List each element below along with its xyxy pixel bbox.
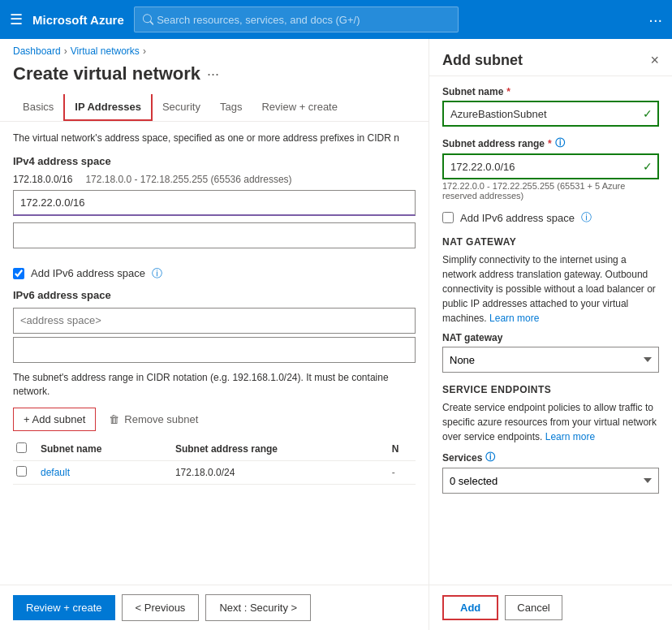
subnet-address-info-icon[interactable]: ⓘ	[555, 136, 565, 150]
nat-gateway-field: NAT gateway None	[442, 332, 659, 373]
breadcrumb: Dashboard › Virtual networks ›	[0, 39, 429, 60]
subnet-actions: + Add subnet 🗑 Remove subnet	[13, 408, 416, 431]
tab-ip-addresses[interactable]: IP Addresses	[63, 94, 153, 121]
subnet-description: The subnet's address range in CIDR notat…	[13, 371, 416, 399]
close-panel-button[interactable]: ×	[650, 52, 659, 69]
cancel-button[interactable]: Cancel	[505, 595, 562, 620]
ipv6-checkbox-row: Add IPv6 address space ⓘ	[13, 266, 416, 281]
subnet-address-input[interactable]	[442, 153, 659, 179]
nat-gateway-label: NAT gateway	[442, 332, 659, 343]
subnet-name-input-wrapper: ✓	[442, 101, 659, 127]
row-checkbox[interactable]	[16, 466, 27, 477]
main-layout: Dashboard › Virtual networks › Create vi…	[0, 39, 672, 630]
ip-description: The virtual network's address space, spe…	[13, 132, 416, 145]
subnet-address-group: Subnet address range * ⓘ ✓ 172.22.0.0 - …	[442, 136, 659, 201]
ipv6-checkbox[interactable]	[13, 268, 24, 279]
select-all-checkbox[interactable]	[16, 442, 27, 453]
breadcrumb-sep-2: ›	[143, 45, 146, 57]
address-row-1: 172.18.0.0/16 172.18.0.0 - 172.18.255.25…	[13, 174, 416, 185]
panel-body: Subnet name * ✓ Subnet address range * ⓘ…	[429, 76, 672, 585]
subnet-address-required: *	[548, 138, 552, 149]
col-checkbox	[13, 438, 37, 461]
subnet-name-group: Subnet name * ✓	[442, 86, 659, 127]
subnet-name-cell[interactable]: default	[37, 461, 172, 485]
trash-icon: 🗑	[109, 413, 119, 425]
panel-title: Add subnet	[442, 52, 523, 69]
services-select[interactable]: 0 selected	[442, 468, 659, 494]
add-subnet-panel: Add subnet × Subnet name * ✓ Subnet addr…	[429, 39, 672, 630]
panel-ipv6-label: Add IPv6 address space	[460, 212, 575, 224]
ipv4-input-1[interactable]	[13, 190, 416, 216]
previous-button[interactable]: < Previous	[122, 594, 200, 621]
remove-subnet-button[interactable]: 🗑 Remove subnet	[109, 413, 198, 425]
col-subnet-name: Subnet name	[37, 438, 172, 461]
nat-gateway-header: NAT GATEWAY	[442, 236, 659, 248]
breadcrumb-dashboard[interactable]: Dashboard	[13, 45, 61, 57]
tab-basics[interactable]: Basics	[13, 94, 63, 121]
breadcrumb-virtual-networks[interactable]: Virtual networks	[71, 45, 140, 57]
subnet-address-valid-icon: ✓	[643, 160, 653, 173]
address-range-1: 172.18.0.0 - 172.18.255.255 (65536 addre…	[85, 174, 291, 185]
ipv6-info-icon[interactable]: ⓘ	[152, 266, 162, 281]
review-create-button[interactable]: Review + create	[13, 595, 115, 620]
page-title: Create virtual network	[13, 63, 200, 84]
tab-security[interactable]: Security	[153, 94, 210, 121]
subnet-name-input[interactable]	[442, 101, 659, 127]
page-title-options-icon[interactable]: ···	[207, 66, 219, 83]
subnet-table: Subnet name Subnet address range N defau…	[13, 438, 416, 485]
service-endpoints-desc: Create service endpoint policies to allo…	[442, 400, 659, 444]
breadcrumb-sep-1: ›	[64, 45, 67, 57]
nat-gateway-desc: Simplify connectivity to the internet us…	[442, 252, 659, 326]
nat-gateway-select[interactable]: None	[442, 347, 659, 373]
tabs-bar: Basics IP Addresses Security Tags Review…	[0, 94, 429, 122]
ipv6-section-title: IPv6 address space	[13, 289, 416, 301]
panel-footer: Add Cancel	[429, 585, 672, 630]
subnet-address-input-wrapper: ✓	[442, 153, 659, 179]
ipv4-input-2[interactable]	[13, 222, 416, 248]
col-subnet-range: Subnet address range	[172, 438, 389, 461]
ipv6-checkbox-label: Add IPv6 address space	[31, 267, 145, 279]
next-security-button[interactable]: Next : Security >	[205, 594, 311, 621]
ipv4-section-title: IPv4 address space	[13, 155, 416, 167]
subnet-name-valid-icon: ✓	[643, 107, 653, 120]
ipv4-inputs	[13, 190, 416, 258]
search-box[interactable]	[134, 6, 459, 32]
subnet-name-label: Subnet name *	[442, 86, 659, 97]
search-icon	[143, 14, 153, 25]
hamburger-icon[interactable]: ☰	[10, 11, 23, 28]
app-title: Microsoft Azure	[32, 13, 124, 27]
left-panel: Dashboard › Virtual networks › Create vi…	[0, 39, 429, 630]
services-info-icon[interactable]: ⓘ	[485, 451, 495, 464]
panel-ipv6-info-icon[interactable]: ⓘ	[581, 210, 592, 225]
top-nav: ☰ Microsoft Azure ···	[0, 0, 672, 39]
services-field: Services ⓘ 0 selected	[442, 451, 659, 494]
more-options-icon[interactable]: ···	[648, 11, 662, 29]
panel-ipv6-checkbox[interactable]	[442, 212, 454, 223]
row-checkbox-cell	[13, 461, 37, 485]
ipv6-input-2[interactable]	[13, 337, 416, 363]
subnet-extra-cell: -	[389, 461, 416, 485]
subnet-address-label: Subnet address range * ⓘ	[442, 136, 659, 150]
search-input[interactable]	[157, 14, 450, 26]
content-area: The virtual network's address space, spe…	[0, 122, 429, 580]
nat-gateway-learn-more[interactable]: Learn more	[489, 313, 539, 324]
page-title-row: Create virtual network ···	[0, 60, 429, 94]
service-endpoints-learn-more[interactable]: Learn more	[545, 431, 595, 442]
table-row: default 172.18.0.0/24 -	[13, 461, 416, 485]
bottom-bar: Review + create < Previous Next : Securi…	[0, 585, 429, 630]
tab-review-create[interactable]: Review + create	[252, 94, 347, 121]
panel-ipv6-checkbox-row: Add IPv6 address space ⓘ	[442, 210, 659, 225]
services-label: Services ⓘ	[442, 451, 659, 464]
service-endpoints-header: SERVICE ENDPOINTS	[442, 384, 659, 395]
subnet-address-hint: 172.22.0.0 - 172.22.255.255 (65531 + 5 A…	[442, 181, 659, 201]
add-subnet-button[interactable]: + Add subnet	[13, 408, 96, 431]
add-button[interactable]: Add	[442, 595, 498, 620]
tab-tags[interactable]: Tags	[210, 94, 252, 121]
ipv6-input[interactable]	[13, 308, 416, 334]
subnet-range-cell: 172.18.0.0/24	[172, 461, 389, 485]
subnet-name-required: *	[506, 86, 510, 97]
panel-header: Add subnet ×	[429, 39, 672, 76]
address-cidr-1: 172.18.0.0/16	[13, 174, 72, 185]
col-extra: N	[389, 438, 416, 461]
